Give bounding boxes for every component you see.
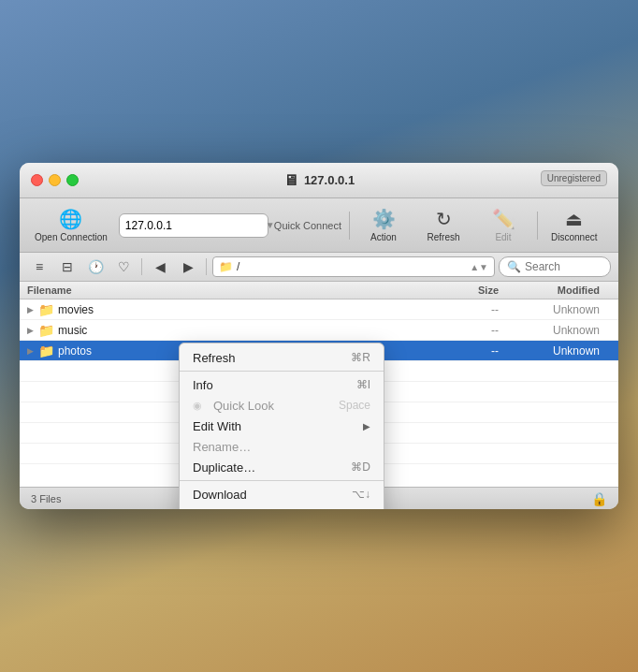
menu-item-rename: Rename… [180,436,384,457]
menu-label: Download As… [193,508,335,510]
file-modified: Unknown [499,324,611,337]
menu-label: Edit With [193,419,359,433]
path-text: / [237,260,239,273]
address-bar[interactable]: ▼ [119,213,268,238]
forward-button[interactable]: ▶ [176,256,200,277]
menu-shortcut: ⌥⇧↓ [342,508,370,509]
history-button[interactable]: 🕐 [83,256,108,277]
menu-item-info[interactable]: Info ⌘I [180,374,384,395]
back-button[interactable]: ◀ [148,256,172,277]
menu-item-editwith[interactable]: Edit With ▶ [180,416,384,436]
filelist-header: Filename Size Modified [20,282,618,299]
titlebar-center: 🖥 127.0.0.1 [283,172,355,189]
file-modified: Unknown [499,303,611,316]
menu-item-download[interactable]: Download ⌥↓ [180,484,384,504]
secondary-toolbar: ≡ ⊟ 🕐 ♡ ◀ ▶ 📁 / ▲▼ 🔍 [20,253,618,282]
edit-button[interactable]: ✏️ Edit [475,204,531,246]
edit-icon: ✏️ [492,208,515,230]
minimize-button[interactable] [49,174,61,186]
expand-icon[interactable]: ▶ [27,305,38,314]
toolbar-sep-2 [537,212,538,240]
main-window: 🖥 127.0.0.1 Unregistered 🌐 Open Connecti… [20,163,618,509]
expand-icon[interactable]: ▶ [27,326,38,335]
submenu-arrow: ▶ [363,421,370,431]
folder-icon: 📁 [38,302,54,317]
menu-label: Quick Look [213,399,331,413]
expand-icon[interactable]: ▶ [27,346,38,356]
open-connection-icon: 🌐 [59,208,82,230]
refresh-button[interactable]: ↻ Refresh [415,204,471,246]
t2-sep-1 [141,258,142,275]
action-icon: ⚙️ [372,208,396,230]
menu-item-refresh[interactable]: Refresh ⌘R [180,347,384,368]
file-size: -- [424,303,499,316]
column-filename: Filename [27,285,424,296]
action-button[interactable]: ⚙️ Action [355,204,412,246]
disconnect-button[interactable]: ⏏ Disconnect [544,204,604,246]
column-size: Size [424,285,499,296]
menu-shortcut: ⌘I [356,378,370,391]
unregistered-badge: Unregistered [541,170,607,186]
view-list-button[interactable]: ≡ [27,256,51,277]
close-button[interactable] [31,174,43,186]
path-dropdown-icon[interactable]: ▲▼ [470,262,488,272]
maximize-button[interactable] [66,174,79,186]
menu-item-duplicate[interactable]: Duplicate… ⌘D [180,457,384,477]
table-row[interactable]: ▶ 📁 music -- Unknown [20,320,618,341]
file-name: movies [58,303,424,316]
refresh-icon: ↻ [436,208,452,230]
toolbar-sep-1 [349,212,350,240]
menu-label: Duplicate… [193,460,343,475]
menu-label: Download [193,488,344,502]
bookmark-button[interactable]: ♡ [111,256,136,277]
open-connection-label: Open Connection [35,232,108,242]
path-icon: 📁 [219,260,233,273]
file-size: -- [424,324,499,337]
menu-shortcut: ⌥↓ [352,488,370,501]
search-bar[interactable]: 🔍 [499,256,611,277]
file-name: music [58,324,424,337]
menu-label: Refresh [193,351,343,365]
menu-shortcut: ⌘R [351,351,370,364]
menu-item-quicklook: ◉ Quick Look Space [180,395,384,416]
search-icon: 🔍 [507,260,521,273]
traffic-lights [31,174,79,186]
open-connection-button[interactable]: 🌐 Open Connection [27,204,115,246]
refresh-label: Refresh [427,232,459,242]
menu-shortcut: ⌘D [351,460,370,474]
path-bar[interactable]: 📁 / ▲▼ [212,256,495,277]
file-modified: Unknown [499,344,611,358]
view-cols-button[interactable]: ⊟ [55,256,80,277]
context-menu: Refresh ⌘R Info ⌘I ◉ Quick Look Space Ed… [179,343,384,509]
disconnect-label: Disconnect [551,232,597,242]
server-icon: 🖥 [283,172,298,189]
disconnect-icon: ⏏ [565,208,583,230]
file-size: -- [424,344,499,358]
search-input[interactable] [525,260,600,273]
menu-sep-2 [180,480,384,481]
window-title: 127.0.0.1 [304,173,355,187]
quick-connect-label: Quick Connect [272,220,343,231]
folder-icon: 📁 [38,343,54,358]
menu-sep-1 [180,371,384,372]
menu-label: Rename… [193,440,370,454]
main-toolbar: 🌐 Open Connection ▼ Quick Connect ⚙️ Act… [20,198,618,253]
titlebar: 🖥 127.0.0.1 Unregistered [20,163,618,198]
quicklook-bullet: ◉ [193,400,211,412]
table-row[interactable]: ▶ 📁 movies -- Unknown [20,299,618,320]
column-modified: Modified [499,285,611,296]
lock-icon: 🔒 [591,491,607,506]
menu-label: Info [193,378,349,392]
address-input[interactable] [125,219,266,232]
menu-shortcut: Space [339,399,370,412]
t2-sep-2 [206,258,207,275]
edit-label: Edit [495,232,511,242]
action-label: Action [370,232,397,242]
menu-item-download-as[interactable]: Download As… ⌥⇧↓ [180,504,384,509]
folder-icon: 📁 [38,323,54,338]
